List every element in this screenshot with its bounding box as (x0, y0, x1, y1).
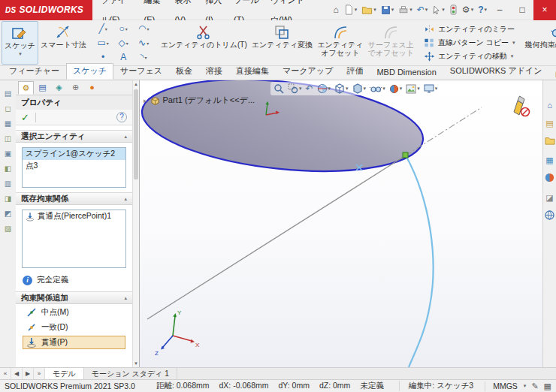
maximize-button[interactable]: □ (511, 0, 533, 20)
fillet-tool-button[interactable]: ◝▾ (134, 50, 154, 65)
polygon-tool-button[interactable]: ◇▾ (113, 36, 134, 50)
home-icon[interactable]: ⌂ (331, 4, 340, 16)
feature-tree-flyout[interactable]: ▸ Part1 (デフォルト<<デ... (144, 95, 255, 106)
left-dock-icon[interactable]: ◧ (5, 164, 11, 173)
display-style-icon[interactable]: ▾ (352, 83, 367, 95)
motion-study-tab[interactable]: モーション スタディ 1 (84, 368, 177, 379)
graphics-viewport[interactable]: Y X Z ▾ ↶ ▾ ▾ ▾ ▾ ▾ ▾ (140, 80, 542, 367)
selected-entities-section-header[interactable]: 選択エンティティ ▴ (16, 130, 132, 143)
sketch-line[interactable] (147, 155, 406, 319)
left-dock-icon[interactable]: ▣ (5, 149, 11, 158)
doc-arrange-icon[interactable]: ▦ (554, 70, 556, 78)
left-dock-icon[interactable]: ◻ (5, 104, 11, 113)
appearances-icon[interactable] (545, 173, 554, 185)
tab-sketch[interactable]: スケッチ (66, 63, 113, 80)
last-tab-button[interactable]: » (34, 368, 45, 379)
new-document-button[interactable]: ▾ (342, 4, 359, 16)
selected-entities-listbox[interactable]: スプライン1@スケッチ2 点3 (22, 147, 126, 188)
sketch-button[interactable]: スケッチ ▾ (2, 21, 38, 65)
circle-tool-button[interactable]: ○▾ (113, 22, 134, 36)
custom-properties-icon[interactable]: ◪ (545, 192, 553, 203)
move-entities-button[interactable]: エンティティの移動 ▾ (421, 50, 518, 62)
offset-entities-button[interactable]: エンティティ オフセット (315, 21, 365, 65)
left-dock-icon[interactable]: ▦ (5, 119, 11, 128)
tab-direct-editing[interactable]: 直接編集 (229, 63, 276, 80)
print-button[interactable]: ▾ (397, 5, 414, 16)
rebuild-button[interactable] (448, 4, 459, 16)
smart-dimension-button[interactable]: スマート寸法 (38, 21, 89, 65)
quick-tips-icon[interactable]: ▦ (544, 381, 551, 391)
arc-tool-button[interactable]: ◠▾ (134, 22, 154, 36)
next-tab-button[interactable]: ▶ (23, 368, 34, 379)
existing-relations-section-header[interactable]: 既存拘束関係 ▴ (16, 192, 132, 205)
first-tab-button[interactable]: « (0, 368, 11, 379)
left-dock-icon[interactable]: ▥ (5, 179, 11, 188)
text-tool-button[interactable]: A (113, 50, 134, 65)
rectangle-tool-button[interactable]: ▭▾ (93, 36, 113, 50)
display-delete-relations-button[interactable]: 幾何拘束の表示/削除 ▾ (522, 21, 556, 65)
scroll-up-icon[interactable]: ▲ (134, 82, 138, 86)
help-button[interactable]: ?▾ (476, 4, 488, 16)
close-button[interactable]: × (533, 0, 556, 20)
tab-features[interactable]: フィーチャー (2, 63, 66, 80)
tab-surfaces[interactable]: サーフェス (113, 63, 169, 80)
left-dock-icon[interactable]: ▨ (5, 225, 11, 233)
previous-tab-button[interactable]: ◀ (11, 368, 23, 379)
resources-home-icon[interactable]: ⌂ (547, 100, 552, 110)
pm-help-button[interactable]: ? (116, 112, 127, 122)
model-tab[interactable]: モデル (45, 368, 84, 379)
tab-sheet-metal[interactable]: 板金 (169, 63, 199, 80)
zoom-fit-icon[interactable] (273, 83, 285, 95)
save-button[interactable]: ▾ (379, 5, 396, 16)
left-dock-icon[interactable]: ◩ (5, 210, 11, 218)
list-item[interactable]: 貫通点(PiercePoint)1 (23, 210, 125, 222)
point-tool-button[interactable]: • (93, 50, 113, 65)
tab-addins[interactable]: SOLIDWORKS アドイン (443, 63, 549, 80)
display-manager-tab-icon[interactable]: ● (84, 81, 100, 95)
spline-curve[interactable] (406, 155, 434, 367)
file-explorer-icon[interactable] (545, 136, 555, 147)
midpoint-relation-button[interactable]: 中点(M) (23, 306, 125, 319)
left-dock-icon[interactable]: ▤ (5, 89, 11, 98)
existing-relations-listbox[interactable]: 貫通点(PiercePoint)1 (22, 210, 126, 268)
undo-button[interactable]: ↶▾ (415, 4, 430, 16)
hide-show-items-icon[interactable]: ▾ (369, 83, 386, 95)
section-view-icon[interactable]: ▾ (316, 83, 332, 95)
configuration-manager-tab-icon[interactable]: ◈ (51, 81, 67, 95)
open-document-button[interactable]: ▾ (360, 4, 378, 16)
tab-markup[interactable]: マークアップ (276, 63, 340, 80)
list-item[interactable]: スプライン1@スケッチ2 (23, 148, 125, 160)
view-palette-icon[interactable]: ▦ (545, 155, 553, 165)
zoom-area-icon[interactable]: ▾ (287, 83, 303, 95)
trim-entities-button[interactable]: エンティティのトリム(T) (159, 21, 249, 65)
add-relations-section-header[interactable]: 拘束関係追加 ▴ (16, 291, 132, 304)
mirror-entities-button[interactable]: エンティティのミラー (421, 23, 518, 35)
left-dock-icon[interactable]: ◨ (5, 194, 11, 203)
left-dock-icon[interactable]: ◫ (5, 134, 11, 143)
previous-view-icon[interactable]: ↶ (305, 83, 314, 95)
forum-icon[interactable] (545, 210, 554, 222)
tag-icon[interactable]: ✎ (531, 381, 538, 391)
feature-manager-tab-icon[interactable]: ▤ (35, 81, 50, 95)
ok-button[interactable]: ✓ (21, 112, 29, 123)
linear-pattern-button[interactable]: 直線パターン コピー ▾ (421, 37, 518, 49)
pierce-relation-button[interactable]: 貫通(P) (23, 336, 125, 349)
minimize-button[interactable]: – (488, 0, 511, 20)
property-manager-tab-icon[interactable]: ⚙ (18, 81, 34, 95)
design-library-icon[interactable]: ▤ (545, 118, 553, 128)
pierce-point[interactable] (403, 152, 408, 158)
units-dropdown-icon[interactable]: ▾ (524, 383, 527, 389)
apply-scene-icon[interactable]: ▾ (405, 83, 421, 95)
view-orientation-icon[interactable]: ▾ (334, 83, 349, 95)
units-selector[interactable]: MMGS (493, 381, 518, 390)
tab-weldments[interactable]: 溶接 (199, 63, 229, 80)
tab-mbd-dimension[interactable]: MBD Dimension (370, 65, 443, 80)
view-settings-icon[interactable]: ▾ (423, 83, 439, 95)
edit-appearance-icon[interactable]: ▾ (388, 83, 403, 95)
pm-scrollbar-thumb[interactable] (134, 89, 138, 179)
spline-tool-button[interactable]: ∿▾ (134, 36, 154, 50)
options-button[interactable]: ⚙▾ (461, 4, 475, 16)
flyout-arrow-icon[interactable]: ▸ (144, 97, 147, 104)
scroll-down-icon[interactable]: ▼ (134, 361, 138, 366)
dimxpert-manager-tab-icon[interactable]: ⊕ (68, 81, 83, 95)
